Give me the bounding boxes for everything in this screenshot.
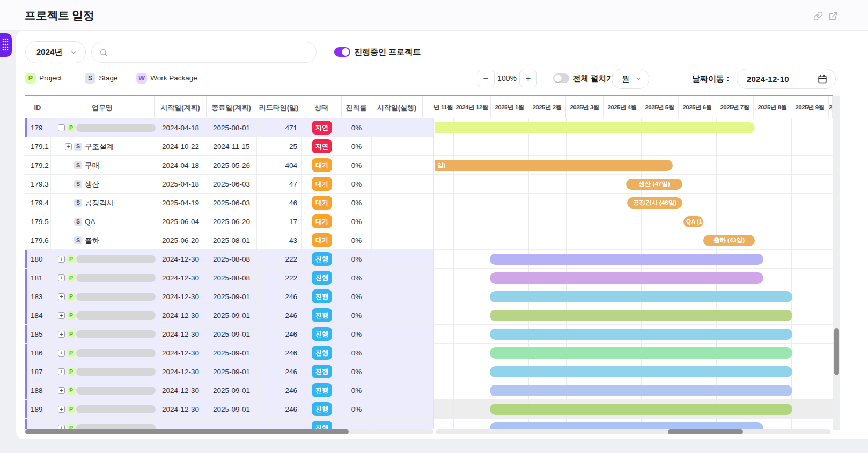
table-row[interactable]: 181+P2024-12-302025-08-08222진행0% [25, 269, 833, 287]
task-name: 출하 [85, 231, 99, 250]
table-row[interactable]: 188+P2024-12-302025-09-01246진행0% [25, 381, 833, 400]
expand-button[interactable]: + [58, 274, 65, 281]
gantt-bar[interactable]: QA (17일) [683, 216, 703, 227]
expand-button[interactable]: + [58, 387, 65, 394]
gantt-bar[interactable] [490, 385, 792, 396]
gantt-bar[interactable] [490, 272, 763, 284]
gantt-bar[interactable] [490, 291, 792, 302]
table-row[interactable]: 184+P2024-12-302025-09-01246진행0% [25, 306, 833, 325]
zoom-out-button[interactable]: − [477, 70, 495, 87]
table-row[interactable]: 187+P2024-12-302025-09-01246진행0% [25, 362, 833, 381]
lead-time: 404 [256, 156, 297, 175]
expand-button[interactable]: + [65, 143, 72, 150]
external-link-icon[interactable] [828, 11, 838, 21]
planned-end-date: 2025-09-01 [207, 362, 256, 381]
link-icon[interactable] [813, 11, 823, 21]
chevron-down-icon [635, 76, 642, 82]
table-row[interactable]: 183+P2024-12-302025-09-01246진행0% [25, 287, 833, 306]
planned-start-date: 2024-12-30 [155, 400, 207, 419]
year-select[interactable]: 2024년 [25, 41, 86, 63]
dots-grid-icon [2, 38, 9, 53]
type-badge-p: P [67, 349, 75, 357]
planned-start-date: 2025-06-04 [155, 212, 207, 231]
expand-button[interactable]: + [58, 350, 65, 357]
zoom-level: 100% [495, 70, 519, 87]
side-drawer-tab[interactable] [0, 33, 12, 57]
planned-end-date: 2025-09-01 [207, 344, 256, 362]
table-row[interactable]: 185+P2024-12-302025-09-01246진행0% [25, 325, 833, 344]
type-badge-s: S [74, 236, 82, 244]
expand-button[interactable]: + [58, 406, 65, 413]
table-row[interactable]: 189+P2024-12-302025-09-01246진행0% [25, 400, 833, 419]
progress-value: 0% [342, 269, 371, 287]
table-row[interactable]: 179.2S구매2024-04-182025-05-26404대기0%일) [25, 156, 833, 175]
progress-value: 0% [342, 325, 371, 344]
gantt-bar[interactable] [490, 422, 763, 429]
gantt-bar[interactable]: 일) [435, 160, 673, 171]
chart-hscrollbar-track[interactable] [436, 429, 830, 434]
redacted-name-pill [76, 368, 156, 376]
table-row[interactable]: 179.1+S구조설계2024-10-222024-11-1525지연0% [25, 137, 833, 156]
date-input[interactable]: 2024-12-10 [737, 69, 836, 89]
gantt-bar[interactable]: 생산 (47일) [626, 179, 682, 190]
table-row[interactable]: 179.5SQA2025-06-042025-06-2017대기0%QA (17… [25, 212, 833, 231]
gantt-bar[interactable]: 출하 (43일) [703, 235, 755, 246]
progress-value: 0% [342, 118, 371, 137]
expand-button[interactable]: + [58, 312, 65, 319]
gantt-bar[interactable] [490, 347, 792, 359]
table-row[interactable]: 186+P2024-12-302025-09-01246진행0% [25, 344, 833, 362]
expand-all-toggle[interactable] [553, 73, 569, 83]
gantt-bar[interactable] [435, 122, 755, 133]
expand-button[interactable]: + [58, 425, 65, 429]
planned-start-date: 2024-12-30 [155, 344, 207, 362]
table-row[interactable]: 179.3S생산2025-04-182025-06-0347대기0%생산 (47… [25, 175, 833, 194]
active-projects-toggle[interactable] [334, 47, 350, 57]
planned-end-date: 2025-06-03 [207, 194, 256, 212]
table-row[interactable]: +P진행 [25, 419, 833, 429]
chart-hscrollbar-thumb[interactable] [668, 429, 743, 434]
chart-vscrollbar-thumb[interactable] [834, 328, 839, 375]
table-row[interactable]: 179−P2024-04-182025-08-01471지연0% [25, 118, 833, 137]
planned-start-date: 2024-12-30 [155, 362, 207, 381]
gantt-bar[interactable]: 공정검사 (46일) [627, 197, 682, 209]
table-hscrollbar-thumb[interactable] [25, 429, 349, 434]
expand-button[interactable]: + [58, 256, 65, 263]
column-header-7: 시작일(실행) [371, 96, 423, 118]
table-row[interactable]: 179.4S공정검사2025-04-192025-06-0346대기0%공정검사… [25, 194, 833, 212]
redacted-name-pill [76, 405, 156, 413]
gantt-bar[interactable] [490, 404, 792, 415]
collapse-button[interactable]: − [58, 124, 65, 131]
month-header-7: 2025년 6월 [679, 96, 716, 118]
chart-vscrollbar-track[interactable] [833, 96, 840, 430]
expand-button[interactable]: + [58, 293, 65, 300]
table-hscrollbar-track[interactable] [25, 429, 433, 434]
progress-value: 0% [342, 287, 371, 306]
legend-badge-w: W [136, 73, 147, 84]
gantt-bar[interactable] [490, 329, 792, 340]
search-input[interactable] [112, 48, 308, 57]
status-badge: 대기 [312, 214, 332, 228]
lead-time: 246 [256, 381, 297, 400]
table-row[interactable]: 180+P2024-12-302025-08-08222진행0% [25, 250, 833, 269]
progress-value: 0% [342, 212, 371, 231]
gantt-bar[interactable] [490, 366, 792, 377]
status-badge: 진행 [312, 271, 332, 285]
planned-end-date: 2025-08-01 [207, 118, 256, 137]
month-header-9: 2025년 8월 [754, 96, 791, 118]
zoom-in-button[interactable]: + [519, 70, 537, 87]
column-header-0: ID [25, 96, 50, 118]
scale-select[interactable]: 월 [612, 69, 649, 89]
redacted-name-pill [76, 293, 156, 301]
gantt-bar[interactable] [490, 254, 763, 265]
legend-label: Stage [99, 73, 117, 84]
gantt-bar[interactable] [490, 310, 792, 321]
year-select-value: 2024년 [36, 47, 62, 57]
expand-button[interactable]: + [58, 331, 65, 338]
planned-end-date: 2025-05-26 [207, 156, 256, 175]
planned-end-date: 2025-09-01 [207, 306, 256, 325]
planned-start-date: 2025-06-20 [155, 231, 207, 250]
redacted-name-pill [76, 424, 156, 429]
expand-button[interactable]: + [58, 368, 65, 375]
page-title: 프로젝트 일정 [25, 8, 94, 23]
table-row[interactable]: 179.6S출하2025-06-202025-08-0143대기0%출하 (43… [25, 231, 833, 250]
